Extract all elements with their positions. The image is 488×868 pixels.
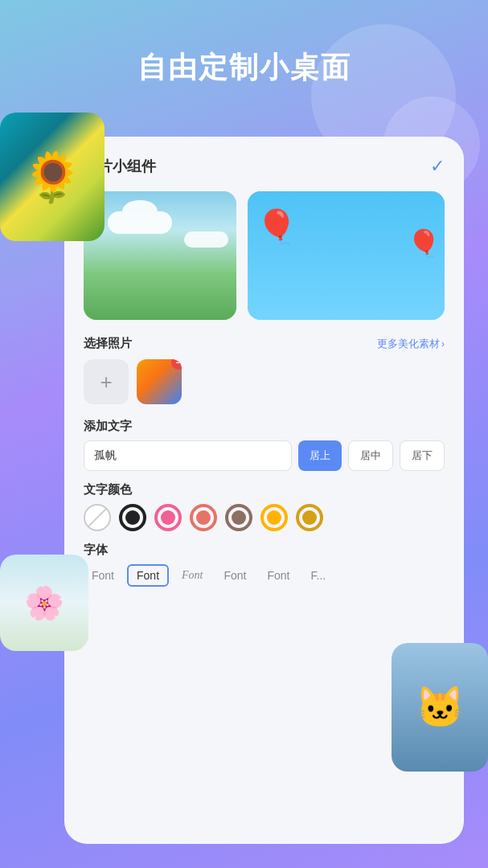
select-photos-header: 选择照片 更多美化素材 ›: [84, 336, 445, 351]
balloon-2: 🎈: [407, 227, 441, 260]
text-color-section: 文字颜色: [84, 482, 445, 531]
link-arrow-icon: ›: [441, 338, 445, 350]
font-item-2[interactable]: Font: [127, 564, 169, 587]
color-swatch-amber[interactable]: [260, 504, 288, 531]
font-label: 字体: [84, 542, 445, 558]
page-title: 自由定制小桌面: [0, 0, 488, 88]
font-row: Font Font Font Font Font F...: [84, 564, 445, 587]
font-section: 字体 Font Font Font Font Font F...: [84, 542, 445, 587]
color-swatch-black[interactable]: [119, 504, 146, 531]
font-item-4[interactable]: Font: [215, 566, 254, 585]
font-item-6[interactable]: F...: [303, 566, 334, 585]
more-materials-link[interactable]: 更多美化素材 ›: [377, 337, 445, 351]
sky-scene: [84, 191, 236, 320]
text-color-label: 文字颜色: [84, 482, 445, 497]
color-swatch-none[interactable]: [84, 504, 111, 531]
balloon-1: 🎈: [256, 207, 297, 247]
position-middle-button[interactable]: 居中: [348, 440, 393, 471]
select-photos-label: 选择照片: [84, 336, 132, 351]
text-input-row: 居上 居中 居下: [84, 440, 445, 471]
color-swatch-gold[interactable]: [296, 504, 323, 531]
cloud-2: [184, 231, 228, 248]
preview-secondary-image[interactable]: 🎈 🎈: [248, 191, 445, 320]
add-text-label: 添加文字: [84, 419, 445, 434]
card-header: 图片小组件 ✓: [84, 156, 445, 177]
check-icon: ✓: [430, 156, 445, 177]
corner-image-sunflower: [0, 113, 105, 241]
text-input-field[interactable]: [84, 440, 292, 471]
balloon-scene: 🎈 🎈: [248, 191, 445, 320]
add-photo-button[interactable]: +: [84, 359, 129, 404]
font-item-3[interactable]: Font: [174, 566, 211, 585]
cloud-1: [108, 211, 172, 234]
position-top-button[interactable]: 居上: [298, 440, 342, 471]
add-text-section: 添加文字 居上 居中 居下: [84, 419, 445, 471]
corner-image-cat: [392, 643, 488, 772]
font-item-5[interactable]: Font: [260, 566, 298, 585]
photo-picker-row: + −: [84, 359, 445, 404]
color-swatch-pink[interactable]: [154, 504, 182, 531]
color-swatch-coral[interactable]: [190, 504, 217, 531]
position-bottom-button[interactable]: 居下: [400, 440, 445, 471]
corner-image-flowers: [0, 555, 88, 651]
color-swatch-brown[interactable]: [225, 504, 252, 531]
font-item-1[interactable]: Font: [84, 566, 122, 585]
preview-main-image[interactable]: [84, 191, 236, 320]
photo-thumbnail-1[interactable]: −: [137, 359, 182, 404]
color-row: [84, 504, 445, 531]
preview-row: 🎈 🎈: [84, 191, 445, 320]
